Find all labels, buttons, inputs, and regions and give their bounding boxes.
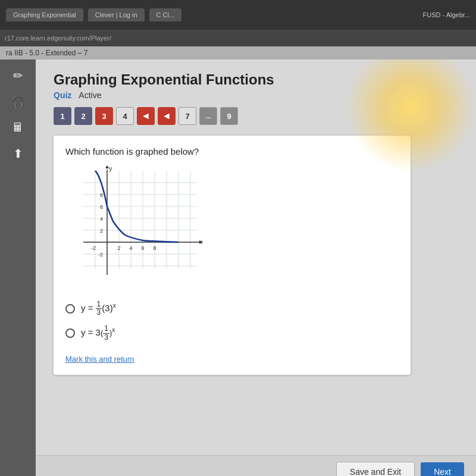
calculator-icon[interactable]: 🖩	[12, 121, 24, 134]
svg-text:8: 8	[153, 245, 156, 251]
answer-option-2[interactable]: y = 3(13)x	[65, 325, 399, 341]
q-btn-7[interactable]: 7	[178, 107, 196, 125]
q-btn-2[interactable]: 2	[74, 107, 92, 125]
next-button[interactable]: Next	[421, 462, 464, 476]
q-btn-9[interactable]: 9	[220, 107, 238, 125]
tab-clever[interactable]: Clever | Log in	[88, 8, 145, 21]
q-btn-ellipsis[interactable]: ...	[199, 107, 217, 125]
q-btn-1[interactable]: 1	[54, 107, 71, 125]
question-nav: 1 2 3 4 ◄ ◄ 7 ... 9	[54, 107, 458, 125]
browser-chrome: Graphing Exponential Clever | Log in C C…	[0, 0, 476, 30]
quiz-status-row: Quiz Active	[54, 90, 458, 100]
svg-text:8: 8	[100, 192, 103, 198]
svg-text:4: 4	[129, 245, 132, 251]
svg-text:2: 2	[117, 245, 120, 251]
question-text: Which function is graphed below?	[65, 146, 399, 156]
bottom-action-bar: Save and Exit Next	[36, 455, 476, 476]
graph-container: x y -2 2 4 6 8 2 4 6 8 -2	[65, 165, 399, 290]
svg-text:-2: -2	[98, 252, 103, 258]
headphone-icon[interactable]: 🎧	[11, 95, 26, 109]
radio-1[interactable]	[65, 304, 75, 314]
svg-text:2: 2	[100, 228, 103, 234]
content-area: Graphing Exponential Functions Quiz Acti…	[36, 60, 476, 476]
radio-2[interactable]	[65, 328, 75, 338]
answer-option-1[interactable]: y = 13(3)x	[65, 300, 399, 317]
q-btn-4[interactable]: 4	[116, 107, 134, 125]
page-title: Graphing Exponential Functions	[54, 71, 458, 88]
save-exit-button[interactable]: Save and Exit	[336, 462, 415, 476]
pencil-icon[interactable]: ✏	[13, 68, 23, 83]
svg-text:4: 4	[100, 216, 103, 222]
active-label: Active	[79, 90, 101, 100]
graph-svg: x y -2 2 4 6 8 2 4 6 8 -2	[65, 165, 202, 290]
tab-c[interactable]: C Cl...	[149, 8, 182, 21]
main-layout: ✏ 🎧 🖩 ⬆ Graphing Exponential Functions Q…	[0, 60, 476, 476]
svg-text:6: 6	[100, 204, 103, 210]
question-card: Which function is graphed below?	[54, 136, 411, 375]
mark-return-link[interactable]: Mark this and return	[65, 355, 134, 364]
q-btn-back2[interactable]: ◄	[158, 107, 176, 125]
up-arrow-icon[interactable]: ⬆	[13, 146, 23, 161]
breadcrumb: ra IIB - 5.0 - Extended – 7	[0, 46, 476, 60]
tab-graphing-exp[interactable]: Graphing Exponential	[6, 8, 83, 21]
sidebar: ✏ 🎧 🖩 ⬆	[0, 60, 36, 476]
q-btn-3[interactable]: 3	[95, 107, 113, 125]
q-btn-back1[interactable]: ◄	[137, 107, 155, 125]
y-axis-label: y	[109, 165, 112, 172]
svg-text:6: 6	[141, 245, 144, 251]
x-axis-label: x	[201, 238, 202, 245]
right-tab-label: FUSD - Algebr...	[423, 11, 470, 18]
address-bar[interactable]: r17.core.learn.edgenuity.com/Player/	[0, 30, 476, 46]
quiz-label: Quiz	[54, 90, 71, 100]
answer-math-1: y = 13(3)x	[81, 300, 116, 317]
answer-math-2: y = 3(13)x	[81, 325, 115, 341]
svg-text:-2: -2	[91, 245, 96, 251]
